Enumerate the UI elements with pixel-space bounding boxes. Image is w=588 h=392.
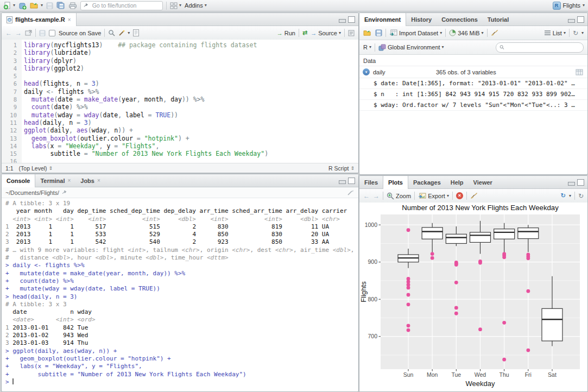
- save-button[interactable]: [46, 2, 53, 9]
- environment-search-input[interactable]: [507, 43, 580, 51]
- tab-label: Viewer: [473, 179, 492, 186]
- open-file-button[interactable]: ▾: [30, 2, 43, 9]
- goto-directory-icon[interactable]: [62, 190, 67, 195]
- expand-object-icon[interactable]: ▾: [363, 68, 370, 75]
- remove-plot-icon[interactable]: ×: [456, 192, 463, 199]
- caret-icon: ▾: [13, 3, 15, 8]
- maximize-pane-button[interactable]: [348, 178, 355, 184]
- save-all-button[interactable]: [56, 2, 65, 9]
- environment-search[interactable]: [496, 42, 584, 53]
- console-line: >: [5, 378, 358, 386]
- minimize-pane-button[interactable]: [568, 19, 575, 23]
- export-plot-button[interactable]: Export ▾: [418, 192, 449, 199]
- code-editor[interactable]: 1library(nycflights13) ## package contai…: [2, 40, 358, 163]
- goto-file-input[interactable]: [91, 2, 160, 9]
- tab-help[interactable]: Help: [446, 176, 469, 188]
- svg-text:Fri: Fri: [525, 371, 532, 378]
- load-workspace-icon[interactable]: [363, 29, 372, 36]
- new-file-button[interactable]: ▾: [3, 2, 15, 10]
- environment-scope-selector[interactable]: Global Environment ▾: [378, 44, 444, 51]
- document-outline-icon[interactable]: [348, 30, 355, 36]
- refresh-plot-icon[interactable]: ↻: [578, 192, 584, 200]
- goto-file-search[interactable]: [80, 1, 163, 10]
- console-output[interactable]: # A tibble: 3 x 19 year month day dep_ti…: [2, 198, 358, 391]
- new-project-button[interactable]: [18, 2, 27, 10]
- project-menu[interactable]: R Flights ▾: [553, 2, 585, 10]
- console-line: + geom_boxplot(outlier.colour = "hotpink…: [5, 355, 358, 363]
- import-dataset-label: Import Dataset: [399, 30, 438, 36]
- language-selector[interactable]: R ▾: [363, 44, 371, 50]
- close-icon[interactable]: ×: [67, 178, 71, 184]
- list-view-button[interactable]: List ▾: [544, 30, 566, 36]
- close-icon[interactable]: ×: [68, 17, 71, 23]
- toolbar-separator: [166, 2, 167, 10]
- tab-connections[interactable]: Connections: [437, 13, 483, 26]
- compile-report-icon[interactable]: [133, 29, 139, 36]
- minimize-pane-button[interactable]: [339, 19, 346, 23]
- tab-files[interactable]: Files: [359, 176, 383, 188]
- back-icon[interactable]: ←: [5, 29, 12, 37]
- code-line: 14 labs(x = "Weekday", y = "Flights",: [2, 142, 358, 150]
- tab-flights-example[interactable]: R flights-example.R ×: [2, 13, 77, 26]
- caret-icon: ▾: [128, 31, 130, 35]
- popout-icon[interactable]: [25, 30, 32, 36]
- minimize-pane-button[interactable]: [568, 182, 575, 186]
- tab-environment[interactable]: Environment: [359, 13, 406, 26]
- clear-plots-broom-icon[interactable]: [470, 192, 478, 199]
- console-line: + mutate(wday = wday(date, label = TRUE)…: [5, 285, 358, 293]
- source-button[interactable]: → Source ▾: [311, 30, 341, 36]
- tab-plots[interactable]: Plots: [383, 176, 408, 189]
- addins-menu[interactable]: Addins ▾: [185, 2, 207, 9]
- tab-viewer[interactable]: Viewer: [469, 176, 497, 188]
- save-icon[interactable]: [39, 30, 46, 36]
- environment-tabbar: Environment History Connections Tutorial: [359, 13, 587, 26]
- clear-objects-broom-icon[interactable]: [491, 29, 498, 36]
- search-icon[interactable]: [108, 29, 115, 36]
- toolbar-separator: [35, 29, 36, 37]
- tab-tutorial[interactable]: Tutorial: [483, 13, 514, 26]
- tab-history[interactable]: History: [406, 13, 437, 26]
- environment-scope-bar: R ▾ Global Environment ▾: [359, 40, 587, 55]
- publish-icon[interactable]: ↻: [561, 192, 566, 199]
- object-row-daily[interactable]: ▾ daily 365 obs. of 3 variables: [359, 66, 587, 78]
- console-line: # distance <dbl>, hour <dbl>, minute <db…: [5, 254, 358, 262]
- pane-window-buttons: [568, 13, 587, 26]
- tab-console[interactable]: Console: [2, 174, 35, 187]
- memory-usage-button[interactable]: 346 MiB ▾: [449, 29, 483, 36]
- caret-icon: ▾: [583, 3, 585, 8]
- scope-selector[interactable]: (Top Level) ⇕: [19, 165, 53, 172]
- print-button[interactable]: [68, 2, 77, 9]
- tab-jobs[interactable]: Jobs×: [75, 174, 105, 187]
- run-button[interactable]: → Run: [277, 30, 295, 36]
- save-workspace-icon[interactable]: [375, 29, 382, 36]
- maximize-pane-button[interactable]: [577, 16, 584, 23]
- caret-icon: ▾: [440, 31, 442, 35]
- next-plot-icon[interactable]: →: [373, 192, 380, 200]
- console-line: 3 2013-01-03 914 Thu: [5, 339, 358, 347]
- refresh-icon[interactable]: ↻: [573, 29, 578, 37]
- maximize-pane-button[interactable]: [577, 179, 584, 186]
- import-dataset-button[interactable]: Import Dataset ▾: [389, 29, 442, 36]
- code-line: 7daily <- flights %>%: [2, 88, 358, 96]
- toolbar-separator: [452, 192, 453, 200]
- pane-layout-button[interactable]: ▾: [170, 2, 181, 9]
- source-on-save-checkbox[interactable]: [49, 30, 55, 36]
- console-line: + labs(x = "Weekday", y = "Flights",: [5, 363, 358, 370]
- r-script-icon: R: [7, 16, 12, 23]
- object-detail-row: $ wday: Ord.factor w/ 7 levels "Sun"<"Mo…: [359, 100, 587, 111]
- view-table-icon[interactable]: [576, 69, 583, 75]
- console-line: # A tibble: 3 x 3: [5, 301, 358, 308]
- clear-console-icon[interactable]: [347, 189, 355, 196]
- previous-plot-icon[interactable]: ←: [363, 192, 370, 200]
- code-tools-button[interactable]: ▾: [118, 29, 130, 36]
- tab-packages[interactable]: Packages: [408, 176, 446, 188]
- forward-icon[interactable]: →: [15, 29, 22, 37]
- zoom-plot-button[interactable]: Zoom: [387, 192, 411, 200]
- rerun-icon[interactable]: ⇄: [302, 29, 307, 36]
- maximize-pane-button[interactable]: [348, 16, 355, 23]
- environment-pane: Environment History Connections Tutorial…: [359, 12, 588, 175]
- file-type-selector[interactable]: R Script ⇕: [328, 165, 355, 172]
- close-icon[interactable]: ×: [97, 178, 100, 184]
- tab-terminal[interactable]: Terminal×: [35, 174, 75, 187]
- minimize-pane-button[interactable]: [339, 180, 346, 184]
